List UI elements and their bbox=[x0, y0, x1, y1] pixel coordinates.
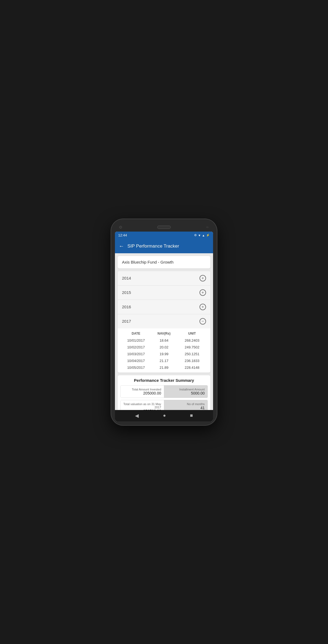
signal-icon: ▲ bbox=[202, 234, 205, 237]
cell-unit-1: 249.7502 bbox=[178, 345, 206, 349]
accordion-year-2015: 2015 bbox=[122, 290, 131, 295]
accordion-year-2017: 2017 bbox=[122, 319, 131, 323]
phone-camera bbox=[119, 226, 122, 229]
fund-name-card: Axis Bluechip Fund - Growth bbox=[118, 256, 210, 268]
cell-date-4: 10/05/2017 bbox=[122, 366, 150, 370]
summary-value-0-right: 5000.00 bbox=[167, 391, 205, 395]
app-bar-title: SIP Performance Tracker bbox=[127, 243, 179, 249]
phone-top-bar bbox=[115, 223, 213, 232]
summary-label-0-left: Total Amount Invested bbox=[123, 388, 161, 391]
accordion-icon-2015: + bbox=[200, 289, 206, 296]
accordion-header-2016[interactable]: 2016 + bbox=[118, 300, 210, 314]
accordion-item-2015: 2015 + bbox=[118, 286, 210, 300]
summary-right-1: No of months 41 bbox=[164, 400, 208, 410]
summary-label-0-right: Installment Amount bbox=[167, 388, 205, 391]
phone-sensor bbox=[206, 226, 209, 228]
wifi-icon: ▼ bbox=[198, 234, 201, 237]
year-2017-table: DATE NAV(Rs) UNIT 10/01/2017 18.64 268.2… bbox=[118, 328, 210, 373]
table-row: 10/01/2017 18.64 268.2403 bbox=[118, 337, 210, 344]
cell-unit-0: 268.2403 bbox=[178, 338, 206, 342]
summary-title: Performance Tracker Summary bbox=[120, 378, 208, 383]
accordion-icon-2017: − bbox=[200, 318, 206, 325]
status-bar: 12:44 ⚙ ▼ ▲ ⚡ bbox=[115, 232, 213, 239]
fund-name: Axis Bluechip Fund - Growth bbox=[122, 260, 173, 264]
accordion-container: 2014 + 2015 + bbox=[118, 271, 210, 373]
nav-back-button[interactable]: ◀ bbox=[135, 413, 139, 419]
bottom-nav: ◀ ● ■ bbox=[115, 410, 213, 421]
app-bar: ← SIP Performance Tracker bbox=[115, 239, 213, 253]
table-row: 10/05/2017 21.89 228.4148 bbox=[118, 364, 210, 371]
phone-shell: 12:44 ⚙ ▼ ▲ ⚡ ← SIP Performance Tracker … bbox=[111, 219, 217, 425]
summary-row-0: Total Amount Invested 205000.00 Installm… bbox=[120, 385, 208, 398]
cell-unit-2: 250.1251 bbox=[178, 352, 206, 356]
summary-right-0: Installment Amount 5000.00 bbox=[164, 385, 208, 398]
cell-nav-1: 20.02 bbox=[150, 345, 178, 349]
nav-home-button[interactable]: ● bbox=[163, 413, 166, 418]
cell-nav-2: 19.99 bbox=[150, 352, 178, 356]
status-time: 12:44 bbox=[118, 233, 127, 237]
table-row: 10/03/2017 19.99 250.1251 bbox=[118, 351, 210, 357]
status-icons: ⚙ ▼ ▲ ⚡ bbox=[194, 233, 210, 237]
back-button[interactable]: ← bbox=[119, 243, 124, 249]
cell-unit-3: 236.1833 bbox=[178, 359, 206, 363]
accordion-year-2014: 2014 bbox=[122, 276, 131, 280]
accordion-icon-2014: + bbox=[200, 275, 206, 281]
performance-summary: Performance Tracker Summary Total Amount… bbox=[118, 375, 210, 410]
phone-screen: 12:44 ⚙ ▼ ▲ ⚡ ← SIP Performance Tracker … bbox=[115, 232, 213, 421]
nav-recent-button[interactable]: ■ bbox=[190, 413, 193, 418]
accordion-header-2015[interactable]: 2015 + bbox=[118, 286, 210, 300]
accordion-icon-2016: + bbox=[200, 304, 206, 310]
cell-date-0: 10/01/2017 bbox=[122, 338, 150, 342]
col-unit: UNIT bbox=[178, 332, 206, 335]
accordion-item-2014: 2014 + bbox=[118, 271, 210, 286]
cell-date-2: 10/03/2017 bbox=[122, 352, 150, 356]
phone-speaker bbox=[157, 226, 171, 229]
main-content: Axis Bluechip Fund - Growth 2014 + 2 bbox=[115, 253, 213, 410]
accordion-header-2014[interactable]: 2014 + bbox=[118, 271, 210, 285]
accordion-year-2016: 2016 bbox=[122, 305, 131, 309]
accordion-item-2016: 2016 + bbox=[118, 300, 210, 314]
summary-row-1: Total valuation as on 31 May 2017 250762… bbox=[120, 400, 208, 410]
table-row: 10/02/2017 20.02 249.7502 bbox=[118, 344, 210, 351]
col-nav: NAV(Rs) bbox=[150, 332, 178, 335]
battery-icon: ⚡ bbox=[206, 233, 210, 237]
summary-left-1: Total valuation as on 31 May 2017 250762… bbox=[120, 400, 164, 410]
cell-date-3: 10/04/2017 bbox=[122, 359, 150, 363]
accordion-header-2017[interactable]: 2017 − bbox=[118, 314, 210, 328]
summary-left-0: Total Amount Invested 205000.00 bbox=[120, 385, 164, 398]
accordion-item-2017: 2017 − DATE NAV(Rs) UNIT bbox=[118, 314, 210, 373]
summary-label-1-left: Total valuation as on 31 May 2017 bbox=[123, 402, 161, 409]
summary-label-1-right: No of months bbox=[167, 402, 205, 406]
cell-nav-0: 18.64 bbox=[150, 338, 178, 342]
cell-date-1: 10/02/2017 bbox=[122, 345, 150, 349]
summary-value-1-right: 41 bbox=[167, 406, 205, 410]
cell-unit-4: 228.4148 bbox=[178, 366, 206, 370]
table-row: 10/04/2017 21.17 236.1833 bbox=[118, 357, 210, 364]
cell-nav-3: 21.17 bbox=[150, 359, 178, 363]
col-date: DATE bbox=[122, 332, 150, 335]
summary-value-0-left: 205000.00 bbox=[123, 391, 161, 395]
cell-nav-4: 21.89 bbox=[150, 366, 178, 370]
table-header-row: DATE NAV(Rs) UNIT bbox=[118, 330, 210, 337]
settings-icon: ⚙ bbox=[194, 233, 197, 237]
